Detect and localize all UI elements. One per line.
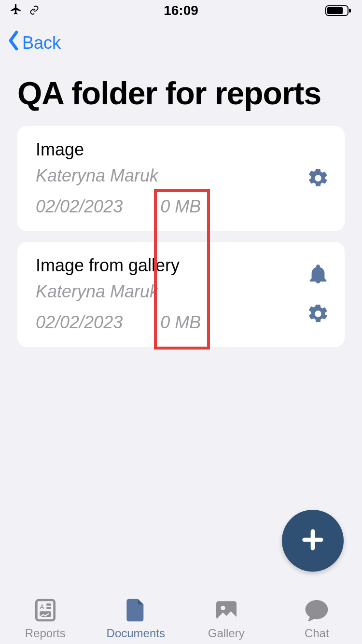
status-bar: 16:09 [0, 0, 362, 21]
svg-rect-2 [349, 9, 351, 13]
status-battery [325, 5, 352, 16]
item-author: Kateryna Maruk [36, 281, 297, 302]
gear-icon[interactable] [307, 303, 329, 325]
item-size: 0 MB [160, 312, 201, 333]
gallery-icon [213, 597, 240, 624]
page-title: QA folder for reports [0, 56, 362, 126]
link-icon [27, 3, 42, 18]
back-button[interactable]: Back [0, 21, 362, 56]
svg-text:A: A [40, 603, 44, 611]
item-author: Kateryna Maruk [36, 166, 297, 186]
report-icon: A [32, 597, 59, 624]
chat-icon [303, 597, 330, 624]
plus-icon [300, 527, 325, 554]
airplane-mode-icon [10, 3, 22, 19]
tab-label: Gallery [208, 627, 245, 640]
tab-gallery[interactable]: Gallery [181, 597, 272, 640]
item-title: Image [36, 140, 297, 160]
item-size: 0 MB [160, 196, 201, 217]
chevron-left-icon [7, 30, 20, 56]
status-time: 16:09 [164, 3, 198, 18]
tab-label: Documents [107, 627, 165, 640]
tab-label: Chat [305, 627, 329, 640]
list-item[interactable]: Image Kateryna Maruk 02/02/2023 0 MB [17, 126, 345, 231]
tab-bar: A Reports Documents Gallery Chat [0, 586, 362, 644]
tab-documents[interactable]: Documents [91, 597, 181, 640]
tab-label: Reports [25, 627, 66, 640]
item-date: 02/02/2023 [36, 312, 123, 333]
svg-rect-1 [327, 7, 343, 14]
svg-point-12 [221, 606, 225, 610]
item-title: Image from gallery [36, 255, 297, 276]
add-button[interactable] [282, 510, 344, 572]
status-left [10, 3, 42, 19]
documents-list: Image Kateryna Maruk 02/02/2023 0 MB Ima… [0, 126, 362, 347]
svg-rect-5 [36, 600, 54, 620]
tab-reports[interactable]: A Reports [0, 597, 91, 640]
document-icon [122, 597, 149, 624]
tab-chat[interactable]: Chat [272, 597, 362, 640]
back-label: Back [22, 33, 61, 53]
item-date: 02/02/2023 [36, 196, 123, 217]
bell-icon[interactable] [307, 263, 329, 285]
list-item[interactable]: Image from gallery Kateryna Maruk 02/02/… [17, 242, 345, 347]
gear-icon[interactable] [307, 167, 329, 189]
